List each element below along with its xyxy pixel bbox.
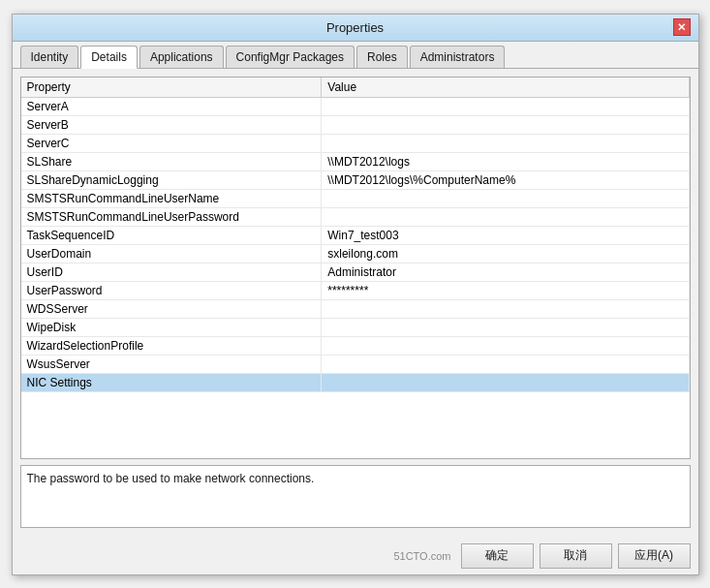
table-row[interactable]: NIC Settings <box>21 373 690 391</box>
value-cell: ********* <box>322 281 689 299</box>
value-cell: Win7_test003 <box>322 226 689 244</box>
property-cell: WsusServer <box>21 355 322 373</box>
tab-identity[interactable]: Identity <box>20 46 79 68</box>
value-cell <box>322 373 689 391</box>
table-row[interactable]: UserDomainsxleilong.com <box>21 244 690 263</box>
table-row[interactable]: SMSTSRunCommandLineUserPassword <box>21 207 690 226</box>
property-cell: WizardSelectionProfile <box>21 336 322 355</box>
property-cell: WDSServer <box>21 299 322 318</box>
table-row[interactable]: ServerB <box>21 115 690 134</box>
table-row[interactable]: TaskSequenceIDWin7_test003 <box>21 226 690 244</box>
property-cell: TaskSequenceID <box>21 226 322 244</box>
value-cell <box>322 97 689 115</box>
apply-button[interactable]: 应用(A) <box>618 543 691 569</box>
value-cell: Administrator <box>322 263 689 281</box>
tab-details[interactable]: Details <box>80 46 138 69</box>
value-cell: sxleilong.com <box>322 244 689 263</box>
table-row[interactable]: WsusServer <box>21 355 690 373</box>
table-row[interactable]: SMSTSRunCommandLineUserName <box>21 189 690 207</box>
tab-applications[interactable]: Applications <box>139 46 224 68</box>
value-cell: \\MDT2012\logs <box>322 152 689 170</box>
window-title: Properties <box>38 20 673 35</box>
col-header-value: Value <box>322 77 689 98</box>
property-cell: UserDomain <box>21 244 322 263</box>
table-row[interactable]: SLShare\\MDT2012\logs <box>21 152 690 170</box>
value-cell <box>322 207 689 226</box>
table-row[interactable]: WipeDisk <box>21 318 690 336</box>
footer: 51CTO.com 确定 取消 应用(A) <box>13 536 698 574</box>
property-cell: NIC Settings <box>21 373 322 391</box>
property-cell: WipeDisk <box>21 318 322 336</box>
property-table-container: Property Value ServerAServerBServerCSLSh… <box>20 77 691 459</box>
tab-administrators[interactable]: Administrators <box>410 46 506 68</box>
property-cell: UserPassword <box>21 281 322 299</box>
title-bar: Properties ✕ <box>13 15 698 42</box>
value-cell <box>322 355 689 373</box>
cancel-button[interactable]: 取消 <box>540 543 612 569</box>
value-cell: \\MDT2012\logs\%ComputerName% <box>322 170 689 189</box>
value-cell <box>322 336 689 355</box>
tab-bar: IdentityDetailsApplicationsConfigMgr Pac… <box>13 42 698 69</box>
value-cell <box>322 299 689 318</box>
tab-configmgr-packages[interactable]: ConfigMgr Packages <box>226 46 355 68</box>
property-cell: ServerC <box>21 134 322 152</box>
property-cell: SMSTSRunCommandLineUserName <box>21 189 322 207</box>
property-table: Property Value ServerAServerBServerCSLSh… <box>21 77 690 392</box>
table-row[interactable]: ServerC <box>21 134 690 152</box>
description-box: The password to be used to make network … <box>20 465 691 528</box>
confirm-button[interactable]: 确定 <box>461 543 534 569</box>
property-cell: UserID <box>21 263 322 281</box>
description-text: The password to be used to make network … <box>27 472 315 485</box>
properties-window: Properties ✕ IdentityDetailsApplications… <box>12 14 699 575</box>
table-row[interactable]: ServerA <box>21 97 690 115</box>
property-cell: SMSTSRunCommandLineUserPassword <box>21 207 322 226</box>
table-scroll-area[interactable]: Property Value ServerAServerBServerCSLSh… <box>21 77 690 458</box>
table-row[interactable]: WizardSelectionProfile <box>21 336 690 355</box>
table-row[interactable]: UserPassword********* <box>21 281 690 299</box>
property-cell: ServerB <box>21 115 322 134</box>
close-button[interactable]: ✕ <box>673 18 691 36</box>
table-row[interactable]: SLShareDynamicLogging\\MDT2012\logs\%Com… <box>21 170 690 189</box>
table-row[interactable]: WDSServer <box>21 299 690 318</box>
watermark-text: 51CTO.com <box>393 550 450 562</box>
value-cell <box>322 115 689 134</box>
table-row[interactable]: UserIDAdministrator <box>21 263 690 281</box>
property-cell: SLShareDynamicLogging <box>21 170 322 189</box>
col-header-property: Property <box>21 77 322 98</box>
value-cell <box>322 134 689 152</box>
value-cell <box>322 318 689 336</box>
tab-roles[interactable]: Roles <box>356 46 408 68</box>
main-content: Property Value ServerAServerBServerCSLSh… <box>13 69 698 536</box>
value-cell <box>322 189 689 207</box>
property-cell: SLShare <box>21 152 322 170</box>
property-cell: ServerA <box>21 97 322 115</box>
